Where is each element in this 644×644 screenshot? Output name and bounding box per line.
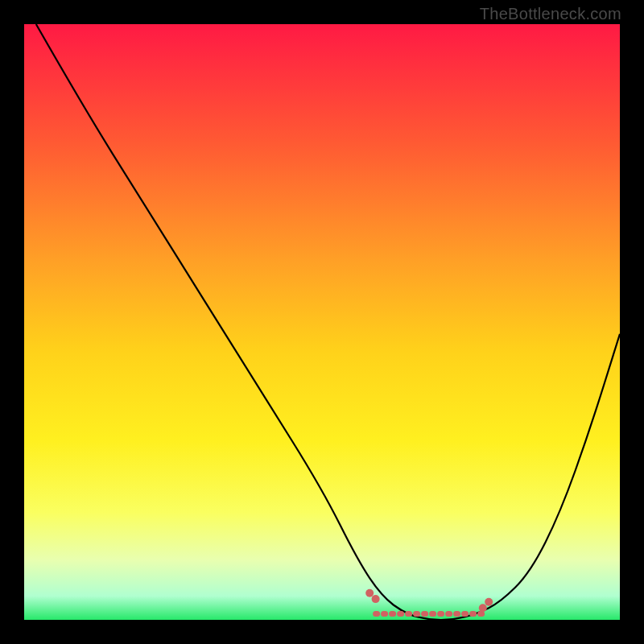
plot-area — [24, 24, 620, 620]
chart-svg — [24, 24, 620, 620]
watermark-text: TheBottleneck.com — [480, 5, 621, 23]
chart-container: TheBottleneck.com — [0, 0, 644, 644]
gradient-background — [24, 24, 620, 620]
bottleneck-marker — [372, 595, 380, 603]
bottleneck-marker — [365, 589, 374, 597]
bottleneck-marker — [479, 604, 487, 612]
bottleneck-marker — [485, 598, 493, 606]
